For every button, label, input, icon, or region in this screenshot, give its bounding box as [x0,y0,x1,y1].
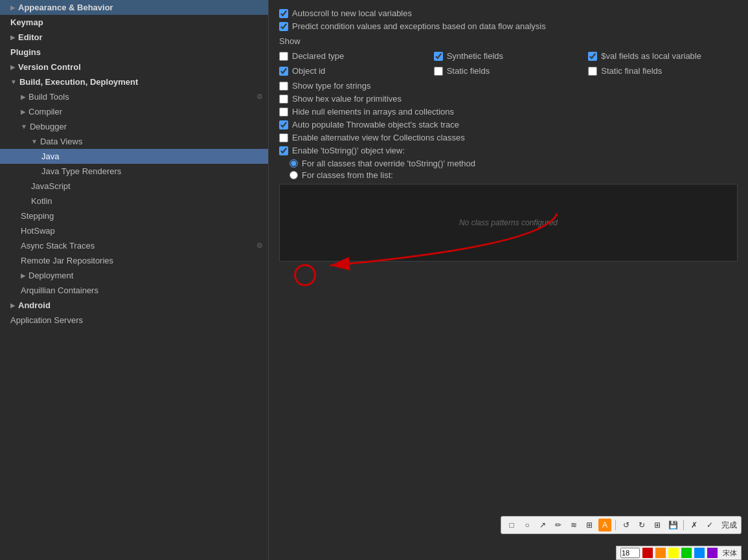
color-swatch-1[interactable] [655,548,666,558]
checkbox-label-enable-tostring[interactable]: Enable 'toString()' object view: [292,146,405,155]
save-btn[interactable]: 💾 [666,519,679,532]
checkbox-enable-alt[interactable] [279,133,288,142]
gear-icon-build-tools: ⚙ [256,93,263,101]
checkbox-row-show-hex: Show hex value for primitives [279,94,738,104]
text-tool[interactable]: A [598,519,611,532]
sidebar-item-editor[interactable]: ▶Editor [0,30,268,45]
checkbox-val-fields[interactable] [588,52,597,61]
sidebar-label-build-tools: Build Tools [28,92,69,102]
sidebar-label-keymap: Keymap [10,17,43,27]
radio-label-all-classes[interactable]: For all classes that override 'toString(… [302,159,475,168]
sidebar-item-data-views[interactable]: ▼Data Views [0,134,268,149]
checkbox-object-id[interactable] [279,67,288,76]
sep2 [683,520,684,530]
sidebar-label-java-type-renderers: Java Type Renderers [41,166,121,176]
checkbox-label-hide-null[interactable]: Hide null elements in arrays and collect… [292,107,454,117]
checkbox-label-object-id[interactable]: Object id [292,66,325,76]
checkbox-label-static-fields[interactable]: Static fields [447,66,490,76]
content-panel: Autoscroll to new local variablesPredict… [269,0,748,560]
gear-icon-async-stack: ⚙ [256,241,263,250]
sidebar-item-build-tools[interactable]: ▶Build Tools⚙ [0,89,268,104]
sidebar-item-deployment[interactable]: ▶Deployment [0,268,268,283]
checkbox-label-synthetic-fields[interactable]: Synthetic fields [447,51,503,61]
font-box[interactable]: 宋体 [616,546,742,560]
checkbox-label-declared-type[interactable]: Declared type [292,51,344,61]
ellipse-tool[interactable]: ○ [521,519,534,532]
rect-tool[interactable]: □ [505,519,518,532]
bottom-toolbar[interactable]: □○↗✏≋⊞A↺↻⊞💾✗✓完成 [501,516,742,534]
radio-from-list[interactable] [289,171,298,179]
cancel-btn[interactable]: ✗ [688,519,701,532]
checkbox-show-type[interactable] [279,82,288,91]
sidebar-item-stepping[interactable]: Stepping [0,208,268,223]
sidebar-item-build-exec[interactable]: ▼Build, Execution, Deployment [0,74,268,89]
sidebar-label-editor: Editor [18,32,43,42]
sidebar-item-appearance[interactable]: ▶Appearance & Behavior [0,0,268,15]
sidebar-label-async-stack: Async Stack Traces [21,241,95,251]
checkbox-declared-type[interactable] [279,52,288,61]
checkbox-row-show-type: Show type for strings [279,81,738,91]
checkbox-enable-tostring[interactable] [279,146,288,155]
color-swatch-2[interactable] [668,548,679,558]
checkbox-hide-null[interactable] [279,107,288,117]
redo-btn[interactable]: ↻ [635,519,648,532]
sidebar-item-remote-jar[interactable]: Remote Jar Repositories [0,253,268,268]
checkbox-label-show-type[interactable]: Show type for strings [292,81,370,91]
checkbox-label-predict[interactable]: Predict condition values and exceptions … [292,21,546,31]
class-patterns-list[interactable]: No class patterns configured [279,184,738,262]
checkbox-label-enable-alt[interactable]: Enable alternative view for Collections … [292,133,465,142]
radio-all-classes[interactable] [289,159,298,168]
undo-btn[interactable]: ↺ [620,519,633,532]
pen-tool[interactable]: ✏ [552,519,565,532]
checkbox-static-fields[interactable] [434,67,443,76]
sidebar-item-javascript[interactable]: JavaScript [0,179,268,194]
sidebar-item-async-stack[interactable]: Async Stack Traces⚙ [0,238,268,253]
sidebar-item-arquillian[interactable]: Arquillian Containers [0,283,268,298]
sidebar-item-debugger[interactable]: ▼Debugger [0,119,268,134]
checkbox-row-enable-tostring: Enable 'toString()' object view: [279,146,738,155]
arrow-icon-editor: ▶ [10,34,16,41]
arrow-icon-version-control: ▶ [10,63,16,71]
sidebar-item-java[interactable]: Java [0,149,268,164]
sidebar-item-keymap[interactable]: Keymap [0,15,268,30]
sidebar-item-hotswap[interactable]: HotSwap [0,223,268,238]
checkbox-label-autoscroll[interactable]: Autoscroll to new local variables [292,8,412,18]
sidebar-label-deployment: Deployment [28,271,73,280]
checkbox-show-hex[interactable] [279,95,288,104]
checkbox-predict[interactable] [279,22,288,31]
checkbox-auto-populate[interactable] [279,120,288,129]
sidebar-item-plugins[interactable]: Plugins [0,45,268,60]
font-size-input[interactable] [620,548,640,558]
color-swatch-4[interactable] [694,548,705,558]
radio-label-from-list[interactable]: For classes from the list: [302,170,393,180]
checkbox-label-val-fields[interactable]: $val fields as local variable [601,51,701,61]
checkbox-synthetic-fields[interactable] [434,52,443,61]
checkbox-label-show-hex[interactable]: Show hex value for primitives [292,94,402,104]
sidebar-item-application-servers[interactable]: Application Servers [0,313,268,328]
confirm-btn[interactable]: ✓ [703,519,716,532]
checkbox-static-final-fields[interactable] [588,67,597,76]
copy-tool[interactable]: ⊞ [651,519,664,532]
color-swatch-5[interactable] [707,548,718,558]
sidebar-label-kotlin: Kotlin [31,196,52,206]
sidebar-label-java: Java [41,151,59,161]
main-container: ▶Appearance & BehaviorKeymap▶EditorPlugi… [0,0,748,560]
sidebar-item-android[interactable]: ▶Android [0,298,268,313]
arrow-icon-android: ▶ [10,302,16,309]
sidebar-item-java-type-renderers[interactable]: Java Type Renderers [0,164,268,179]
sidebar-item-version-control[interactable]: ▶Version Control [0,60,268,74]
checkbox-label-static-final-fields[interactable]: Static final fields [601,66,662,76]
grid-tool[interactable]: ⊞ [583,519,596,532]
dash-tool[interactable]: ≋ [567,519,580,532]
color-swatch-0[interactable] [642,548,653,558]
sidebar-item-compiler[interactable]: ▶Compiler [0,104,268,119]
checkbox-row-object-id: Object id [279,66,429,76]
checkbox-autoscroll[interactable] [279,9,288,18]
sidebar-label-hotswap: HotSwap [21,226,55,236]
arrow-tool[interactable]: ↗ [536,519,549,532]
done-label[interactable]: 完成 [721,520,737,531]
sidebar-item-kotlin[interactable]: Kotlin [0,194,268,208]
arrow-icon-deployment: ▶ [21,272,26,279]
color-swatch-3[interactable] [681,548,692,558]
checkbox-label-auto-populate[interactable]: Auto populate Throwable object's stack t… [292,120,459,129]
